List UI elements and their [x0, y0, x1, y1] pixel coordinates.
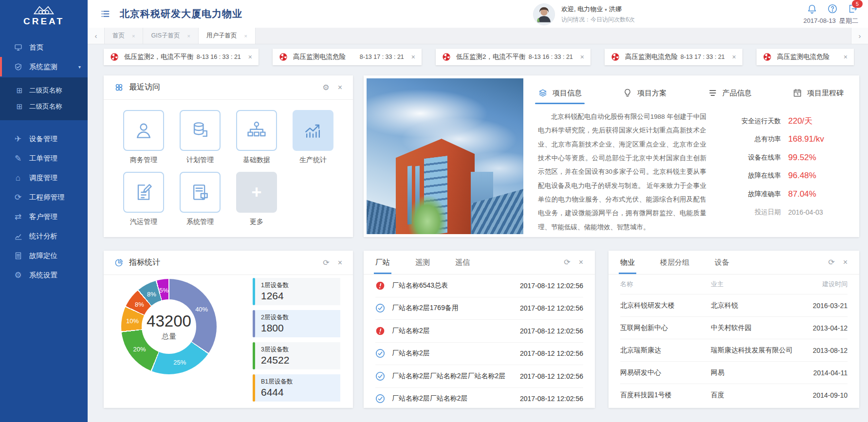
- sidebar-item-label: 客户管理: [29, 212, 57, 221]
- sidebar-item-workorder-mgmt[interactable]: ✎ 工单管理: [0, 148, 88, 168]
- close-icon[interactable]: ×: [132, 33, 135, 39]
- legend-item[interactable]: 2层设备数 1800: [253, 310, 340, 337]
- tab-telesignal[interactable]: 遥信: [455, 251, 470, 274]
- caret-down-icon[interactable]: ▾: [605, 7, 607, 12]
- tabs-scroll-left[interactable]: ‹: [88, 28, 105, 44]
- station-row[interactable]: 厂站名称2层厂站名称2层 2017-08-12 12:02:56: [375, 388, 583, 410]
- property-owner: 北京科锐: [711, 301, 803, 310]
- avatar[interactable]: [533, 3, 555, 25]
- alert-chip[interactable]: 低压监测2，电流不平衡 8-13 16 : 33 : 21 ×: [436, 49, 591, 65]
- alarm-icon: [763, 53, 772, 61]
- tab-project-plan[interactable]: 项目方案: [623, 82, 666, 104]
- app-grid: 商务管理 计划管理 基础数据 生产统计 汽运管理 系统管理: [104, 100, 353, 226]
- tab-project-info[interactable]: 项目信息: [538, 82, 582, 104]
- app-tile-production-stats[interactable]: 生产统计: [285, 110, 341, 165]
- close-icon[interactable]: ×: [244, 33, 247, 39]
- tab-project-milestone[interactable]: 项目里程碑: [793, 82, 844, 104]
- hamburger-icon[interactable]: [100, 9, 111, 19]
- sidebar-subitem[interactable]: ⊞ 二级页名称: [0, 98, 88, 114]
- tab-label: 项目信息: [553, 89, 582, 98]
- sidebar-item-system-settings[interactable]: ⚙ 系统设置: [0, 265, 88, 285]
- plane-icon: ✈: [13, 135, 23, 143]
- property-name: 北京科锐研发大楼: [620, 301, 711, 310]
- table-row[interactable]: 互联网创新中心 中关村软件园 2013-04-12: [620, 317, 848, 339]
- sidebar-item-dispatch-mgmt[interactable]: ⌂ 调度管理: [0, 168, 88, 187]
- tab-floor-group[interactable]: 楼层分组: [660, 251, 689, 274]
- stat-label: 故障准确率: [748, 190, 781, 199]
- legend-item[interactable]: B1层设备数 6444: [253, 374, 340, 402]
- tab-equipment[interactable]: 设备: [715, 251, 729, 274]
- close-icon[interactable]: ×: [187, 33, 190, 39]
- help-icon[interactable]: [827, 3, 838, 14]
- stat-label: 设备在线率: [748, 153, 781, 162]
- table-row[interactable]: 北京科锐研发大楼 北京科锐 2016-03-21: [620, 294, 848, 317]
- tab-label: 项目方案: [637, 89, 666, 98]
- app-tile-business[interactable]: 商务管理: [115, 110, 172, 165]
- tab-property[interactable]: 物业: [620, 251, 635, 274]
- bell-icon[interactable]: [807, 3, 817, 14]
- close-icon[interactable]: ×: [580, 53, 584, 61]
- table-row[interactable]: 北京瑞斯康达 瑞斯康达科技发展有限公司 2013-08-12: [620, 339, 848, 362]
- app-tile-transport[interactable]: 汽运管理: [115, 172, 172, 226]
- plus-icon: +: [236, 172, 277, 213]
- legend-color-bar: [253, 374, 255, 402]
- alert-text: 高压监测电流危险: [625, 53, 678, 61]
- close-icon[interactable]: ×: [338, 259, 342, 267]
- app-logo[interactable]: CREAT: [0, 0, 88, 30]
- property-date: 2014-04-11: [803, 369, 848, 377]
- app-tile-more[interactable]: + 更多: [228, 172, 285, 226]
- refresh-icon[interactable]: ⟳: [323, 259, 329, 267]
- tab-home[interactable]: 首页 ×: [105, 28, 143, 44]
- sidebar-item-device-mgmt[interactable]: ✈ 设备管理: [0, 129, 88, 148]
- app-tile-plan[interactable]: 计划管理: [172, 110, 228, 165]
- error-icon: [375, 326, 385, 336]
- tab-user-subpage[interactable]: 用户子首页 ×: [199, 28, 256, 44]
- refresh-icon[interactable]: ⟳: [828, 258, 834, 266]
- alert-chip[interactable]: 高压监测电流危险 8-13 17 : 33 : 21 ×: [273, 49, 422, 65]
- sidebar-item-system-monitor[interactable]: 系统监测 ▾: [0, 57, 88, 76]
- table-row[interactable]: 百度科技园1号楼 百度 2014-09-10: [620, 384, 848, 406]
- station-name: 厂站名称2层: [392, 349, 430, 358]
- close-icon[interactable]: ×: [411, 53, 415, 61]
- alert-chip[interactable]: 高压监测电流危险 ×: [757, 49, 854, 65]
- station-row[interactable]: 厂站名称2层 2017-08-12 12:02:56: [375, 320, 583, 343]
- tab-telemetry[interactable]: 遥测: [415, 251, 430, 274]
- legend-item[interactable]: 3层设备数 24522: [253, 342, 340, 369]
- alert-chip[interactable]: 高压监测电流危险 8-13 17 : 33 : 21 ×: [605, 49, 742, 65]
- alarm-icon: [110, 53, 119, 61]
- close-icon[interactable]: ×: [579, 258, 583, 266]
- app-label: 更多: [250, 218, 263, 226]
- close-icon[interactable]: ×: [732, 53, 736, 61]
- alert-chip[interactable]: 低压监测2，电流不平衡 8-13 16 : 33 : 21 ×: [104, 49, 259, 65]
- table-row[interactable]: 网易研发中心 网易 2014-04-11: [620, 362, 848, 384]
- sidebar-item-fault-locate[interactable]: 故障定位: [0, 246, 88, 265]
- sidebar-item-engineer-mgmt[interactable]: ⟳ 工程师管理: [0, 187, 88, 207]
- sidebar-item-customer-mgmt[interactable]: ⇄ 客户管理: [0, 207, 88, 226]
- pie-icon: [114, 258, 124, 267]
- close-icon[interactable]: ×: [248, 53, 252, 61]
- editdoc-icon: [123, 172, 164, 213]
- tab-stations[interactable]: 厂站: [375, 251, 390, 274]
- gear-icon[interactable]: ⚙: [322, 84, 329, 92]
- sidebar-item-statistics[interactable]: 统计分析: [0, 226, 88, 246]
- gear-icon: ⚙: [13, 271, 23, 279]
- close-icon[interactable]: ×: [843, 258, 848, 266]
- station-row[interactable]: 厂站名称2层厂站名称2层厂站名称2层 2017-08-12 12:02:56: [375, 365, 583, 388]
- tabs-scroll-right[interactable]: ›: [851, 28, 868, 44]
- station-row[interactable]: 厂站名称2层 2017-08-12 12:02:56: [375, 343, 583, 366]
- close-icon[interactable]: ×: [844, 53, 848, 61]
- app-tile-basedata[interactable]: 基础数据: [228, 110, 285, 165]
- station-row[interactable]: 厂站名称6543总表 2017-08-12 12:02:56: [375, 275, 583, 297]
- close-icon[interactable]: ×: [338, 84, 342, 92]
- welcome-text[interactable]: 欢迎, 电力物业: [561, 5, 603, 13]
- refresh-icon[interactable]: ⟳: [564, 258, 570, 266]
- tab-gis-subpage[interactable]: GIS子首页 ×: [143, 28, 198, 44]
- tab-product-info[interactable]: 产品信息: [708, 82, 752, 104]
- station-row[interactable]: 厂站名称2层1769备用 2017-08-12 12:02:56: [375, 297, 583, 320]
- app-tile-system[interactable]: 系统管理: [172, 172, 228, 226]
- slice-label: 10%: [126, 317, 139, 324]
- legend-item[interactable]: 1层设备数 1264: [253, 278, 340, 305]
- tab-label: 厂站: [375, 258, 390, 267]
- sidebar-subitem[interactable]: ⊞ 二级页名称: [0, 82, 88, 98]
- sidebar-item-home[interactable]: 首页: [0, 37, 88, 57]
